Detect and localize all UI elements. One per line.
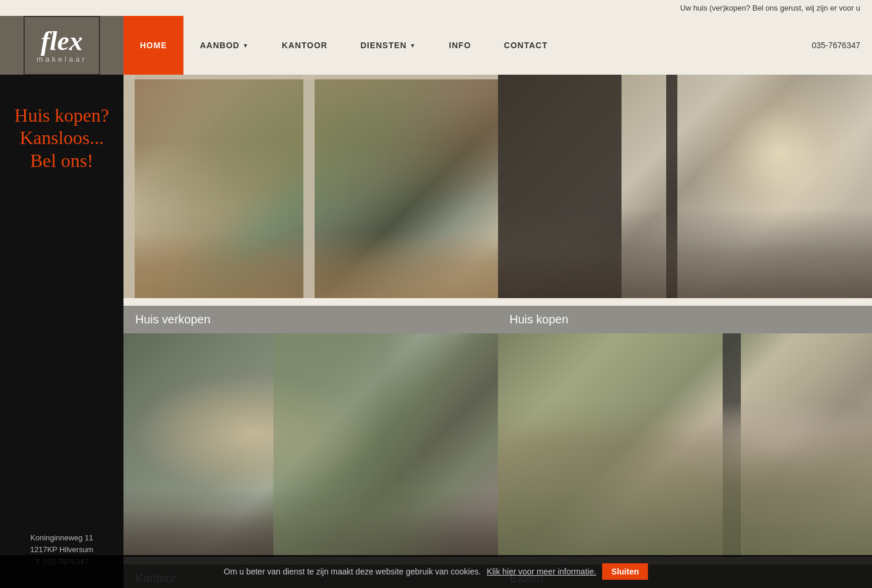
- grid-label-kopen: Huis kopen: [498, 306, 873, 333]
- image-verkopen: [123, 75, 498, 298]
- grid-item-extern[interactable]: Extern: [498, 333, 873, 588]
- address-line1: Koninginneweg 11: [9, 532, 115, 544]
- nav-item-kantoor[interactable]: KANTOOR: [265, 16, 344, 75]
- aanbod-dropdown-arrow: ▼: [242, 42, 249, 49]
- top-bar: Uw huis (ver)kopen? Bel ons gerust, wij …: [0, 0, 872, 16]
- logo-makelaar-text: makelaar: [36, 55, 86, 64]
- grid-label-verkopen: Huis verkopen: [123, 306, 498, 333]
- grid-item-verkopen[interactable]: Huis verkopen: [123, 75, 498, 333]
- content-grid: Huis verkopen Huis kopen Kantoor Extern: [123, 75, 872, 588]
- nav-item-diensten[interactable]: DIENSTEN ▼: [344, 16, 433, 75]
- image-kopen: [498, 75, 873, 298]
- cookie-info-link[interactable]: Klik hier voor meer informatie.: [487, 567, 596, 576]
- logo-box: flex makelaar: [24, 16, 99, 75]
- image-extern: [498, 333, 873, 557]
- main-nav: HOME AANBOD ▼ KANTOOR DIENSTEN ▼ INFO CO…: [123, 16, 872, 75]
- logo-flex-text: flex: [36, 28, 86, 55]
- grid-item-kopen[interactable]: Huis kopen: [498, 75, 873, 333]
- logo-area[interactable]: flex makelaar: [0, 16, 123, 75]
- main-layout: Huis kopen?Kansloos...Bel ons! Koninginn…: [0, 75, 872, 588]
- nav-item-aanbod[interactable]: AANBOD ▼: [183, 16, 265, 75]
- top-bar-message: Uw huis (ver)kopen? Bel ons gerust, wij …: [680, 4, 860, 12]
- nav-item-contact[interactable]: CONTACT: [487, 16, 564, 75]
- header: flex makelaar HOME AANBOD ▼ KANTOOR DIEN…: [0, 16, 872, 75]
- cookie-close-button[interactable]: Sluiten: [602, 563, 649, 580]
- grid-item-kantoor[interactable]: Kantoor: [123, 333, 498, 588]
- sidebar: Huis kopen?Kansloos...Bel ons! Koninginn…: [0, 75, 123, 588]
- cookie-message: Om u beter van dienst te zijn maakt deze…: [224, 567, 481, 576]
- nav-item-info[interactable]: INFO: [433, 16, 487, 75]
- diensten-dropdown-arrow: ▼: [410, 42, 416, 49]
- nav-phone: 035-7676347: [800, 16, 872, 75]
- cookie-banner: Om u beter van dienst te zijn maakt deze…: [0, 555, 872, 588]
- image-kantoor: [123, 333, 498, 557]
- nav-item-home[interactable]: HOME: [123, 16, 183, 75]
- sidebar-tagline: Huis kopen?Kansloos...Bel ons!: [9, 104, 115, 172]
